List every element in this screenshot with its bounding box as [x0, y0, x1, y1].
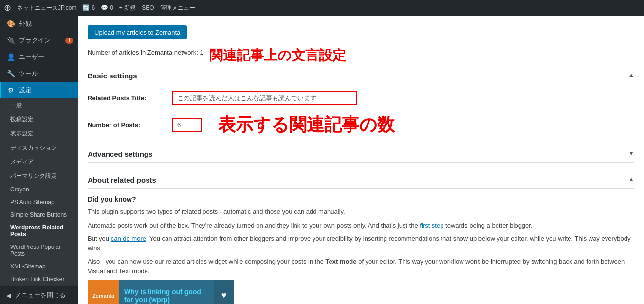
- sidebar-item-appearance-label: 外観: [19, 19, 32, 28]
- comment-count-item[interactable]: 💬 0: [101, 4, 113, 11]
- update-count-item[interactable]: 🔄 6: [82, 4, 95, 11]
- sidebar: 🎨 外観 🔌 プラグイン 1 👤 ユーザー 🔧 ツール ⚙ 設定 一般 投稿設定: [0, 16, 78, 304]
- admin-bar: ⊕ ネットニュースJP.com 🔄 6 💬 0 + 新規 SEO 管理メニュー: [0, 0, 644, 16]
- para4-text1: Also - you can now use our related artic…: [88, 258, 325, 265]
- appearance-icon: 🎨: [6, 20, 15, 28]
- update-count: 6: [92, 4, 95, 11]
- number-of-posts-row: Number of Posts: 表示する関連記事の数: [88, 113, 634, 137]
- wordpress-related-posts-label: Wordpress Related Posts: [10, 224, 73, 238]
- crayon-label: Crayon: [10, 186, 29, 193]
- users-icon: 👤: [6, 53, 15, 61]
- wp-logo-icon: ⊕: [4, 2, 11, 13]
- para4-bold: Text mode: [325, 258, 356, 265]
- sidebar-item-appearance[interactable]: 🎨 外観: [0, 16, 78, 32]
- plugins-icon: 🔌: [6, 37, 15, 44]
- sidebar-item-plugins[interactable]: 🔌 プラグイン 1: [0, 32, 78, 49]
- admin-menu-item[interactable]: 管理メニュー: [160, 4, 195, 12]
- admin-menu-label: 管理メニュー: [160, 4, 195, 12]
- collapse-icon: ◀: [6, 292, 11, 299]
- number-of-posts-input[interactable]: [172, 118, 202, 132]
- close-menu-label: メニューを閉じる: [15, 291, 66, 300]
- body-para-3: But you can do more. You can attract att…: [88, 234, 634, 253]
- media-label: メディア: [10, 158, 34, 166]
- wordpress-popular-posts-label: WordPress Popular Posts: [10, 244, 73, 257]
- related-posts-title-input[interactable]: [172, 91, 357, 105]
- sidebar-item-settings[interactable]: ⚙ 設定: [0, 82, 78, 98]
- did-you-know-heading: Did you know?: [88, 195, 634, 203]
- permalink-label: パーマリンク設定: [10, 172, 57, 180]
- about-related-posts-section: About related posts ▲ Did you know? This…: [88, 171, 634, 304]
- sidebar-item-media[interactable]: メディア: [0, 155, 78, 169]
- seo-label: SEO: [142, 4, 154, 11]
- related-posts-title-label: Related Posts Title:: [88, 95, 166, 102]
- content-inner: Upload my articles to Zemanta Number of …: [78, 16, 644, 304]
- close-menu-item[interactable]: ◀ メニューを閉じる: [0, 285, 78, 304]
- body-para-4: Also - you can now use our related artic…: [88, 257, 634, 276]
- sidebar-item-tools-label: ツール: [19, 69, 38, 78]
- about-related-posts-label: About related posts: [88, 176, 156, 184]
- discussion-label: ディスカッション: [10, 144, 57, 152]
- first-step-link[interactable]: first step: [420, 222, 443, 229]
- sidebar-item-plugins-label: プラグイン: [19, 36, 51, 45]
- network-count-text: Number of articles in Zemanta network: 1: [88, 49, 203, 56]
- annotation-text-2: 表示する関連記事の数: [218, 113, 395, 137]
- zemanta-logo: Zemanta: [88, 280, 119, 304]
- basic-settings-heading: Basic settings ▲: [88, 72, 634, 84]
- sidebar-item-settings-label: 設定: [19, 86, 32, 95]
- can-do-more-link[interactable]: can do more: [111, 235, 146, 242]
- reading-label: 表示設定: [10, 130, 34, 138]
- number-of-posts-label: Number of Posts:: [88, 121, 166, 129]
- sidebar-item-users-label: ユーザー: [19, 53, 44, 61]
- sidebar-item-tools[interactable]: 🔧 ツール: [0, 65, 78, 82]
- wp-logo-item[interactable]: ⊕: [4, 2, 11, 13]
- sidebar-item-general[interactable]: 一般: [0, 98, 78, 113]
- about-related-posts-heading: About related posts ▲: [88, 176, 634, 189]
- basic-settings-collapse-icon[interactable]: ▲: [628, 72, 634, 78]
- sidebar-item-discussion[interactable]: ディスカッション: [0, 141, 78, 155]
- new-post-item[interactable]: + 新規: [119, 4, 136, 12]
- site-name-item[interactable]: ネットニュースJP.com: [17, 4, 76, 12]
- para2-text1: Automatic posts work out of the box. The…: [88, 222, 420, 229]
- advanced-settings-label: Advanced settings: [88, 150, 152, 158]
- sidebar-item-users[interactable]: 👤 ユーザー: [0, 49, 78, 65]
- site-name: ネットニュースJP.com: [17, 4, 76, 12]
- settings-submenu: 一般 投稿設定 表示設定 ディスカッション メディア パーマリンク設定 Cray…: [0, 98, 78, 285]
- video-thumbnail[interactable]: Zemanta Why is linking out good for you …: [88, 280, 234, 304]
- tools-icon: 🔧: [6, 70, 15, 77]
- advanced-settings-collapse-icon[interactable]: ▼: [628, 150, 634, 157]
- content-area: Upload my articles to Zemanta Number of …: [78, 16, 644, 304]
- simple-share-buttons-label: Simple Share Buttons: [10, 211, 67, 218]
- sidebar-item-wordpress-popular-posts[interactable]: WordPress Popular Posts: [0, 241, 78, 260]
- comment-count: 0: [110, 4, 113, 11]
- basic-settings-label: Basic settings: [88, 72, 137, 80]
- broken-link-checker-label: Broken Link Checker: [10, 276, 64, 283]
- para3-text2: . You can attract attention from other b…: [88, 235, 630, 252]
- settings-icon: ⚙: [6, 86, 15, 94]
- sidebar-item-permalink[interactable]: パーマリンク設定: [0, 169, 78, 183]
- writing-label: 投稿設定: [10, 115, 34, 124]
- sidebar-item-writing[interactable]: 投稿設定: [0, 113, 78, 127]
- upload-zemanta-button[interactable]: Upload my articles to Zemanta: [88, 25, 187, 39]
- body-para-2: Automatic posts work out of the box. The…: [88, 221, 634, 230]
- sidebar-item-simple-share-buttons[interactable]: Simple Share Buttons: [0, 209, 78, 221]
- para2-text2: towards being a better blogger.: [443, 222, 532, 229]
- advanced-settings-section: Advanced settings ▼: [88, 145, 634, 163]
- body-para-1: This plugin supports two types of relate…: [88, 207, 634, 217]
- sidebar-item-xml-sitemap[interactable]: XML-Sitemap: [0, 260, 78, 273]
- sidebar-item-reading[interactable]: 表示設定: [0, 127, 78, 141]
- sidebar-item-broken-link-checker[interactable]: Broken Link Checker: [0, 273, 78, 285]
- video-heart-icon[interactable]: ♥: [214, 280, 234, 304]
- update-icon: 🔄: [82, 4, 90, 11]
- related-posts-title-row: Related Posts Title:: [88, 91, 634, 105]
- general-label: 一般: [10, 101, 22, 110]
- sidebar-item-wordpress-related-posts[interactable]: Wordpress Related Posts: [0, 221, 78, 241]
- sidebar-item-crayon[interactable]: Crayon: [0, 183, 78, 196]
- plugins-badge: 1: [65, 38, 73, 44]
- network-row: Number of articles in Zemanta network: 1…: [88, 46, 634, 65]
- new-post-label: + 新規: [119, 4, 136, 12]
- sidebar-item-ps-auto-sitemap[interactable]: PS Auto Sitemap: [0, 196, 78, 209]
- advanced-settings-heading: Advanced settings ▼: [88, 150, 634, 163]
- seo-item[interactable]: SEO: [142, 4, 154, 11]
- about-collapse-icon[interactable]: ▲: [628, 176, 634, 183]
- comment-icon: 💬: [101, 4, 108, 11]
